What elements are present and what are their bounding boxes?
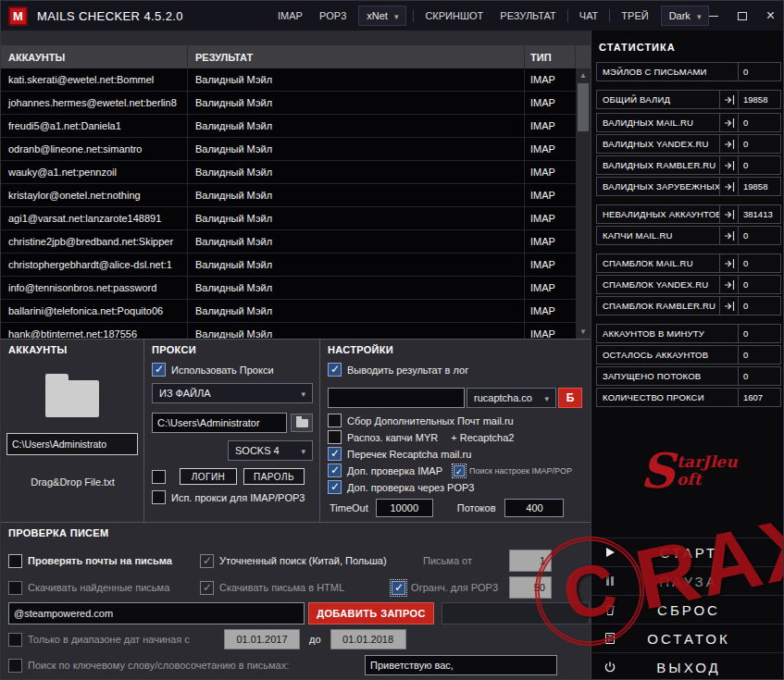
proxy-path-input[interactable] — [152, 413, 287, 433]
keyword-search-checkbox[interactable] — [8, 659, 22, 673]
table-row[interactable]: info@tennisonbros.net:passwordВалидный М… — [1, 277, 576, 300]
table-row[interactable]: odranb@lineone.net:simantroВалидный Мэйл… — [1, 138, 576, 161]
use-proxy-checkbox[interactable] — [152, 363, 166, 377]
keyword-input[interactable] — [365, 655, 557, 675]
export-icon[interactable] — [720, 296, 739, 315]
captcha-service-select[interactable]: rucaptcha.co — [467, 388, 556, 408]
scrollbar-thumb[interactable] — [578, 83, 589, 131]
stat-label: ВАЛИДНЫХ ЗАРУБЕЖНЫХ — [596, 177, 720, 196]
remainder-button[interactable]: ОСТАТОК — [591, 624, 784, 652]
export-icon[interactable] — [720, 90, 739, 109]
menu-tray[interactable]: ТРЕЙ — [613, 1, 656, 31]
table-row[interactable]: hank@btinternet.net:187556Валидный МэйлI… — [1, 323, 576, 339]
pop3-limit-checkbox[interactable] — [392, 581, 405, 595]
table-row[interactable]: wauky@a1.net:pennzoilВалидный МэйлIMAP — [1, 161, 576, 184]
theme-select-value: Dark — [669, 10, 691, 21]
login-button[interactable]: ЛОГИН — [180, 468, 237, 485]
proxy-auth-checkbox[interactable] — [152, 470, 166, 484]
scroll-up-icon[interactable] — [576, 68, 591, 81]
folder-icon[interactable] — [45, 380, 99, 417]
column-header-accounts[interactable]: АККАУНТЫ — [1, 45, 188, 68]
table-row[interactable]: agi1@varsat.net:lanzarote148891Валидный … — [1, 207, 576, 230]
accounts-panel: АККАУНТЫ C:\Users\Administrato Drag&Drop… — [1, 339, 144, 522]
recognize-captcha-label: Распоз. капчи MYR — [347, 432, 438, 443]
date-range-checkbox[interactable] — [8, 633, 22, 647]
accounts-path-button[interactable]: C:\Users\Administrato — [6, 433, 138, 455]
menu-result[interactable]: РЕЗУЛЬТАТ — [492, 1, 564, 31]
menu-imap[interactable]: IMAP — [269, 1, 311, 31]
table-row[interactable]: johannes.hermes@ewetel.net:berlin8Валидн… — [1, 92, 576, 115]
refined-search-checkbox[interactable] — [200, 554, 214, 568]
account-cell: kati.skerati@ewetel.net:Bommel — [1, 68, 188, 91]
check-letters-checkbox[interactable] — [8, 554, 22, 568]
date-to-input[interactable] — [330, 629, 406, 649]
recheck-recaptcha-checkbox[interactable] — [328, 447, 342, 461]
stat-value: 0 — [739, 366, 781, 386]
timeout-input[interactable] — [376, 499, 433, 517]
menu-chat[interactable]: ЧАТ — [571, 1, 607, 31]
minimize-button[interactable] — [699, 1, 728, 31]
pause-button[interactable]: ПАУЗА — [591, 566, 784, 595]
imap-pop-settings-checkbox[interactable] — [454, 465, 465, 476]
stat-row: КАПЧИ MAIL.RU0 — [596, 226, 781, 245]
reset-button-label: СБРОС — [657, 602, 720, 618]
query-input[interactable] — [8, 602, 305, 624]
table-scrollbar[interactable] — [576, 68, 591, 339]
captcha-key-input[interactable] — [328, 388, 465, 408]
date-from-input[interactable] — [224, 629, 300, 649]
proxy-type-select[interactable]: SOCKS 4 — [228, 440, 313, 461]
letters-from-input[interactable] — [509, 550, 552, 572]
recognize-captcha-checkbox[interactable] — [328, 430, 342, 444]
proxy-folder-button[interactable] — [291, 414, 313, 432]
column-header-type[interactable]: ТИП — [525, 45, 576, 68]
account-cell: kristaylor@onetel.net:nothing — [1, 184, 188, 206]
table-row[interactable]: christine2jpb@bredband.net:SkipperВалидн… — [1, 230, 576, 253]
table-row[interactable]: kristaylor@onetel.net:nothingВалидный Мэ… — [1, 184, 576, 207]
exit-button[interactable]: ВЫХОД — [591, 652, 784, 680]
remainder-button-label: ОСТАТОК — [647, 631, 729, 647]
export-icon[interactable] — [720, 275, 739, 294]
table-row[interactable]: kati.skerati@ewetel.net:BommelВалидный М… — [1, 68, 576, 92]
extra-pop3-checkbox[interactable] — [328, 480, 342, 494]
export-icon[interactable] — [720, 226, 739, 245]
log-output-checkbox[interactable] — [328, 363, 342, 377]
table-row[interactable]: christophergebhardt@alice-dsl.net:1Валид… — [1, 253, 576, 277]
maximize-button[interactable] — [728, 1, 756, 31]
export-icon[interactable] — [720, 113, 739, 132]
menu-pop3[interactable]: POP3 — [311, 1, 355, 31]
table-row[interactable]: ballarini@telefonica.net:Poquito06Валидн… — [1, 300, 576, 323]
export-icon[interactable] — [720, 134, 739, 154]
table-row[interactable]: freudi5@a1.net:Daniela1Валидный МэйлIMAP — [1, 115, 576, 138]
stat-value: 0 — [739, 155, 781, 175]
stat-value: 381413 — [739, 204, 781, 224]
menu-screenshot[interactable]: СКРИНШОТ — [417, 1, 492, 31]
download-html-checkbox[interactable] — [200, 581, 214, 595]
stat-label: СПАМБЛОК MAIL.RU — [596, 253, 720, 273]
imap-pop-settings-label: Поиск настроек IMAP/POP — [469, 466, 572, 476]
type-cell: IMAP — [525, 323, 576, 339]
type-cell: IMAP — [525, 68, 576, 91]
extra-imap-checkbox[interactable] — [328, 464, 342, 477]
start-button[interactable]: СТАРТ — [591, 538, 784, 566]
threads-input[interactable] — [504, 499, 564, 517]
close-button[interactable] — [756, 1, 784, 31]
collect-mail-checkbox[interactable] — [328, 414, 342, 427]
proxy-source-select[interactable]: ИЗ ФАЙЛА — [152, 383, 313, 403]
download-found-checkbox[interactable] — [8, 581, 22, 595]
pop3-limit-input[interactable] — [509, 576, 552, 599]
reset-button[interactable]: СБРОС — [591, 595, 784, 624]
statistics-list: МЭЙЛОВ С ПИСЬМАМИ0 ОБЩИЙ ВАЛИД19858 ВАЛИ… — [596, 62, 781, 409]
export-icon[interactable] — [720, 155, 739, 175]
export-icon[interactable] — [720, 204, 739, 224]
proxy-for-imap-checkbox[interactable] — [152, 490, 166, 504]
type-cell: IMAP — [525, 161, 576, 183]
xnet-select[interactable]: xNet — [358, 6, 406, 26]
chevron-down-icon — [544, 392, 549, 403]
add-query-button[interactable]: ДОБАВИТЬ ЗАПРОС — [308, 602, 434, 624]
export-icon[interactable] — [720, 177, 739, 196]
minimize-icon — [709, 16, 718, 17]
password-button[interactable]: ПАРОЛЬ — [243, 468, 305, 485]
balance-button[interactable]: Б — [558, 388, 582, 408]
column-header-result[interactable]: РЕЗУЛЬТАТ — [188, 45, 525, 68]
export-icon[interactable] — [720, 253, 739, 273]
